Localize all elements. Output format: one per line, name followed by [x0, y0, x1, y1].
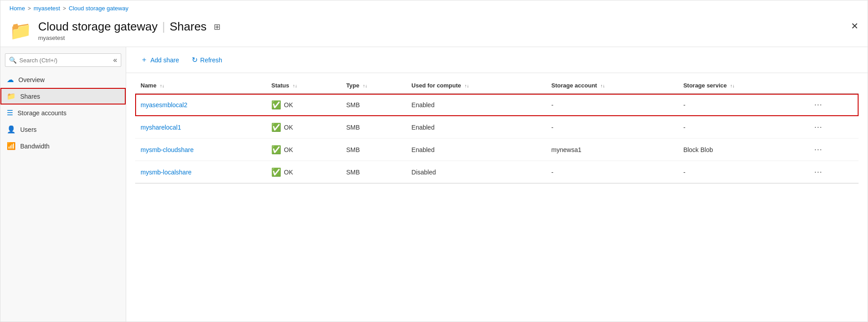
status-text: OK: [284, 169, 293, 176]
sort-storage-account-icon: ↑↓: [600, 83, 605, 88]
shares-table: Name ↑↓ Status ↑↓ Type ↑↓: [135, 78, 859, 183]
sidebar-item-bandwidth[interactable]: 📶 Bandwidth: [0, 138, 126, 154]
folder-nav-icon: 📁: [7, 92, 16, 100]
search-icon: 🔍: [9, 57, 17, 64]
breadcrumb-sep-1: >: [28, 5, 31, 12]
row-storage-service: Block Blob: [678, 139, 806, 161]
sidebar-item-overview-label: Overview: [18, 76, 44, 83]
collapse-button[interactable]: «: [113, 56, 117, 64]
breadcrumb-home[interactable]: Home: [9, 5, 25, 12]
row-storage-service: -: [678, 161, 806, 183]
user-icon: 👤: [7, 125, 16, 134]
sort-status-icon: ↑↓: [293, 83, 297, 88]
resource-subtitle: myasetest: [38, 35, 220, 41]
row-storage-account: mynewsa1: [546, 139, 678, 161]
sidebar-item-users[interactable]: 👤 Users: [0, 121, 126, 138]
status-ok-icon: ✅: [271, 100, 281, 110]
col-storage-service[interactable]: Storage service ↑↓: [678, 78, 806, 94]
add-share-button[interactable]: ＋ Add share: [135, 52, 185, 67]
row-storage-account: -: [546, 116, 678, 139]
row-more-button[interactable]: ···: [811, 144, 826, 155]
breadcrumb: Home > myasetest > Cloud storage gateway: [0, 0, 868, 16]
storage-icon: ☰: [7, 109, 13, 117]
page-header: 📁 Cloud storage gateway | Shares ⊞ myase…: [0, 16, 868, 47]
row-name-link[interactable]: mysmb-cloudshare: [141, 146, 194, 153]
table-wrapper: Name ↑↓ Status ↑↓ Type ↑↓: [126, 73, 868, 322]
sort-name-icon: ↑↓: [160, 83, 164, 88]
row-storage-account: -: [546, 161, 678, 183]
row-name-link[interactable]: mysharelocal1: [141, 124, 181, 131]
row-used-for-compute: Disabled: [406, 161, 546, 183]
table-row[interactable]: mysharelocal1 ✅ OK SMBEnabled--···: [135, 116, 859, 139]
search-box[interactable]: 🔍 «: [5, 53, 121, 67]
col-actions: [805, 78, 859, 94]
col-status[interactable]: Status ↑↓: [266, 78, 341, 94]
status-ok-icon: ✅: [271, 122, 281, 132]
status-cell: ✅ OK: [271, 167, 335, 177]
sidebar-item-storage-accounts-label: Storage accounts: [18, 109, 66, 117]
sidebar-item-overview[interactable]: ☁ Overview: [0, 71, 126, 88]
row-storage-service: -: [678, 94, 806, 116]
cloud-icon: ☁: [7, 75, 14, 84]
bandwidth-icon: 📶: [7, 142, 16, 150]
status-cell: ✅ OK: [271, 100, 335, 110]
row-more-button[interactable]: ···: [811, 122, 826, 133]
status-text: OK: [284, 124, 293, 131]
sort-type-icon: ↑↓: [363, 83, 367, 88]
row-used-for-compute: Enabled: [406, 139, 546, 161]
pin-icon[interactable]: ⊞: [214, 22, 220, 32]
close-button[interactable]: ✕: [851, 22, 859, 30]
sort-storage-service-icon: ↑↓: [730, 83, 735, 88]
sidebar-item-bandwidth-label: Bandwidth: [20, 143, 49, 150]
table-row[interactable]: mysmb-localshare ✅ OK SMBDisabled--···: [135, 161, 859, 183]
section-name: Shares: [170, 20, 207, 34]
breadcrumb-cloud-storage-gateway[interactable]: Cloud storage gateway: [69, 5, 128, 12]
sidebar-item-users-label: Users: [20, 126, 37, 133]
status-cell: ✅ OK: [271, 122, 335, 132]
status-text: OK: [284, 146, 293, 153]
table-header-row: Name ↑↓ Status ↑↓ Type ↑↓: [135, 78, 859, 94]
col-type[interactable]: Type ↑↓: [341, 78, 406, 94]
table-row[interactable]: mysmb-cloudshare ✅ OK SMBEnabledmynewsa1…: [135, 139, 859, 161]
col-name[interactable]: Name ↑↓: [135, 78, 266, 94]
sidebar-item-storage-accounts[interactable]: ☰ Storage accounts: [0, 104, 126, 121]
sidebar-item-shares[interactable]: 📁 Shares: [0, 88, 126, 104]
sidebar-item-shares-label: Shares: [20, 93, 40, 100]
refresh-button[interactable]: ↻ Refresh: [186, 53, 228, 67]
breadcrumb-myasetest[interactable]: myasetest: [34, 5, 60, 12]
col-used-for-compute[interactable]: Used for compute ↑↓: [406, 78, 546, 94]
row-name-link[interactable]: mysmb-localshare: [141, 169, 192, 176]
status-ok-icon: ✅: [271, 145, 281, 155]
resource-name: Cloud storage gateway: [38, 20, 158, 34]
header-text: Cloud storage gateway | Shares ⊞ myasete…: [38, 20, 220, 41]
row-type: SMB: [341, 139, 406, 161]
refresh-icon: ↻: [192, 56, 198, 64]
breadcrumb-sep-2: >: [63, 5, 66, 12]
status-text: OK: [284, 101, 293, 109]
toolbar: ＋ Add share ↻ Refresh: [126, 47, 868, 73]
row-type: SMB: [341, 116, 406, 139]
sidebar: 🔍 « ☁ Overview 📁 Shares ☰ Storage accoun…: [0, 47, 126, 322]
row-storage-service: -: [678, 116, 806, 139]
row-type: SMB: [341, 94, 406, 116]
col-storage-account[interactable]: Storage account ↑↓: [546, 78, 678, 94]
plus-icon: ＋: [141, 55, 148, 65]
row-used-for-compute: Enabled: [406, 116, 546, 139]
sort-compute-icon: ↑↓: [464, 83, 469, 88]
table-body: myasesmblocal2 ✅ OK SMBEnabled--···mysha…: [135, 94, 859, 183]
table-row[interactable]: myasesmblocal2 ✅ OK SMBEnabled--···: [135, 94, 859, 116]
row-more-button[interactable]: ···: [811, 99, 826, 110]
row-type: SMB: [341, 161, 406, 183]
row-used-for-compute: Enabled: [406, 94, 546, 116]
main-layout: 🔍 « ☁ Overview 📁 Shares ☰ Storage accoun…: [0, 47, 868, 322]
folder-icon: 📁: [9, 22, 32, 39]
title-pipe: |: [162, 20, 165, 34]
search-input[interactable]: [19, 57, 110, 64]
row-storage-account: -: [546, 94, 678, 116]
add-share-label: Add share: [150, 57, 179, 64]
row-more-button[interactable]: ···: [811, 166, 826, 178]
refresh-label: Refresh: [200, 57, 222, 64]
content-area: ＋ Add share ↻ Refresh Name ↑↓: [126, 47, 868, 322]
row-name-link[interactable]: myasesmblocal2: [141, 101, 187, 109]
header-title: Cloud storage gateway | Shares ⊞: [38, 20, 220, 34]
